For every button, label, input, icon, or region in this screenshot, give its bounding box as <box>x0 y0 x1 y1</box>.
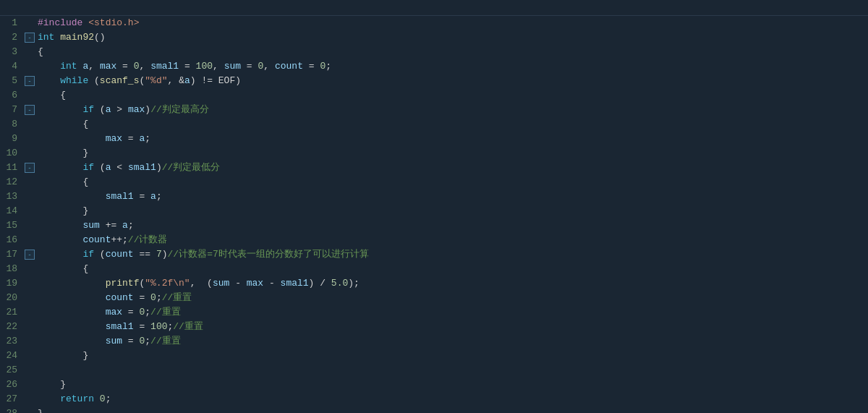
line-number: 18 <box>3 262 23 276</box>
line-number: 19 <box>3 276 23 291</box>
line-number: 5 <box>3 74 23 88</box>
code-editor: 1#include <stdio.h>2-int main92()3{4 int… <box>0 0 868 413</box>
line-number: 8 <box>3 117 23 132</box>
code-text: max = 0;//重置 <box>36 305 868 320</box>
line-number: 12 <box>3 175 23 190</box>
code-line: 1#include <stdio.h> <box>3 16 868 30</box>
line-number: 26 <box>3 378 23 392</box>
line-number: 22 <box>3 320 23 334</box>
code-area: 1#include <stdio.h>2-int main92()3{4 int… <box>0 16 868 413</box>
code-text: return 0; <box>36 392 868 406</box>
code-text: int a, max = 0, smal1 = 100, sum = 0, co… <box>36 59 868 74</box>
code-text: { <box>36 175 868 190</box>
code-line: 9 max = a; <box>3 132 868 146</box>
code-line: 14 } <box>3 204 868 218</box>
code-text: while (scanf_s("%d", &a) != EOF) <box>36 74 868 88</box>
code-text: int main92() <box>36 30 868 45</box>
code-text: sum = 0;//重置 <box>36 334 868 349</box>
fold-column[interactable]: - <box>23 76 36 86</box>
code-line: 26 } <box>3 378 868 392</box>
code-line: 15 sum += a; <box>3 218 868 233</box>
line-number: 13 <box>3 190 23 204</box>
line-number: 11 <box>3 161 23 175</box>
code-line: 21 max = 0;//重置 <box>3 305 868 320</box>
line-number: 28 <box>3 406 23 413</box>
code-line: 23 sum = 0;//重置 <box>3 334 868 349</box>
fold-button[interactable]: - <box>25 250 35 260</box>
code-text: count++;//计数器 <box>36 233 868 247</box>
code-line: 6 { <box>3 88 868 103</box>
line-number: 6 <box>3 88 23 103</box>
line-number: 7 <box>3 103 23 117</box>
code-text: { <box>36 88 868 103</box>
code-line: 27 return 0; <box>3 392 868 406</box>
fold-column[interactable]: - <box>23 33 36 43</box>
code-text: } <box>36 378 868 392</box>
code-line: 16 count++;//计数器 <box>3 233 868 247</box>
code-line: 4 int a, max = 0, smal1 = 100, sum = 0, … <box>3 59 868 74</box>
fold-column[interactable]: - <box>23 105 36 115</box>
line-number: 15 <box>3 218 23 233</box>
code-text: #include <stdio.h> <box>36 16 868 30</box>
code-text: sum += a; <box>36 218 868 233</box>
code-line: 28} <box>3 406 868 413</box>
line-number: 21 <box>3 305 23 320</box>
code-line: 11- if (a < smal1)//判定最低分 <box>3 161 868 175</box>
code-line: 22 smal1 = 100;//重置 <box>3 320 868 334</box>
line-number: 3 <box>3 45 23 59</box>
code-line: 3{ <box>3 45 868 59</box>
line-number: 1 <box>3 16 23 30</box>
code-text: printf("%.2f\n", (sum - max - smal1) / 5… <box>36 276 868 291</box>
fold-button[interactable]: - <box>25 33 35 43</box>
line-number: 2 <box>3 30 23 45</box>
code-line: 10 } <box>3 146 868 161</box>
line-number: 25 <box>3 363 23 378</box>
code-line: 7- if (a > max)//判定最高分 <box>3 103 868 117</box>
fold-button[interactable]: - <box>25 105 35 115</box>
line-number: 17 <box>3 247 23 262</box>
code-line: 12 { <box>3 175 868 190</box>
line-number: 20 <box>3 291 23 305</box>
tab-bar <box>0 0 868 16</box>
code-text: { <box>36 262 868 276</box>
fold-column[interactable]: - <box>23 163 36 173</box>
line-number: 23 <box>3 334 23 349</box>
fold-column[interactable]: - <box>23 250 36 260</box>
code-line: 24 } <box>3 349 868 363</box>
line-number: 9 <box>3 132 23 146</box>
code-text: { <box>36 117 868 132</box>
line-number: 14 <box>3 204 23 218</box>
code-line: 17- if (count == 7)//计数器=7时代表一组的分数好了可以进行… <box>3 247 868 262</box>
code-line: 2-int main92() <box>3 30 868 45</box>
code-line: 19 printf("%.2f\n", (sum - max - smal1) … <box>3 276 868 291</box>
code-line: 13 smal1 = a; <box>3 190 868 204</box>
code-lines[interactable]: 1#include <stdio.h>2-int main92()3{4 int… <box>0 16 868 413</box>
fold-button[interactable]: - <box>25 163 35 173</box>
code-text: } <box>36 406 868 413</box>
code-text: } <box>36 146 868 161</box>
code-text: { <box>36 45 868 59</box>
code-line: 5- while (scanf_s("%d", &a) != EOF) <box>3 74 868 88</box>
line-number: 16 <box>3 233 23 247</box>
code-line: 25 <box>3 363 868 378</box>
line-number: 27 <box>3 392 23 406</box>
code-line: 20 count = 0;//重置 <box>3 291 868 305</box>
code-text: if (a < smal1)//判定最低分 <box>36 161 868 175</box>
code-text: if (count == 7)//计数器=7时代表一组的分数好了可以进行计算 <box>36 247 868 262</box>
code-line: 8 { <box>3 117 868 132</box>
line-number: 4 <box>3 59 23 74</box>
code-text: if (a > max)//判定最高分 <box>36 103 868 117</box>
code-text: max = a; <box>36 132 868 146</box>
code-text: count = 0;//重置 <box>36 291 868 305</box>
code-text: smal1 = a; <box>36 190 868 204</box>
code-text: } <box>36 349 868 363</box>
line-number: 24 <box>3 349 23 363</box>
code-text: } <box>36 204 868 218</box>
code-text: smal1 = 100;//重置 <box>36 320 868 334</box>
fold-button[interactable]: - <box>25 76 35 86</box>
code-line: 18 { <box>3 262 868 276</box>
line-number: 10 <box>3 146 23 161</box>
